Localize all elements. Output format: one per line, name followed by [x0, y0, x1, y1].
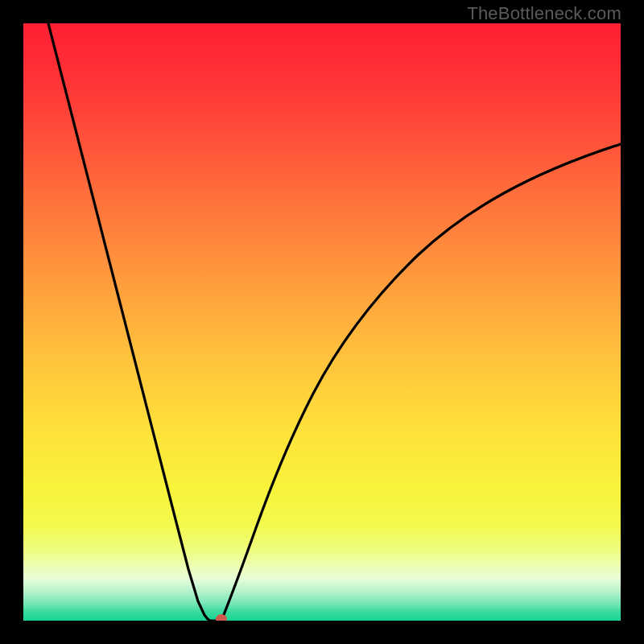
- optimal-point-marker: [216, 614, 227, 621]
- watermark-text: TheBottleneck.com: [467, 3, 621, 24]
- chart-frame: TheBottleneck.com: [0, 0, 644, 644]
- plot-area: [23, 23, 621, 621]
- bottleneck-curve: [23, 23, 621, 621]
- curve-path: [48, 23, 621, 621]
